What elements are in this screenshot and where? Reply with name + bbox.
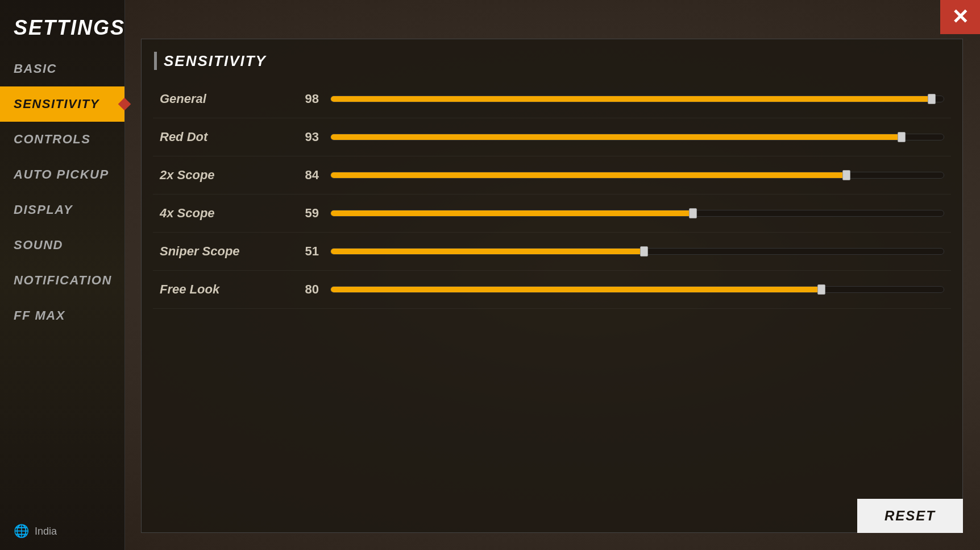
slider-track-3[interactable]	[330, 210, 944, 217]
slider-row-0: General98	[153, 80, 951, 118]
sidebar-item-controls[interactable]: CONTROLS	[0, 122, 124, 157]
globe-icon: 🌐	[14, 524, 29, 539]
sidebar-item-notification[interactable]: NOTIFICATION	[0, 263, 124, 298]
sidebar-footer: 🌐 India	[0, 512, 124, 550]
slider-row-1: Red Dot93	[153, 118, 951, 156]
slider-fill-4	[331, 249, 643, 254]
sidebar-item-display[interactable]: DISPLAY	[0, 192, 124, 228]
slider-thumb-4	[640, 246, 648, 257]
slider-row-5: Free Look80	[153, 271, 951, 309]
sidebar-item-basic[interactable]: BASIC	[0, 51, 124, 86]
region-label: India	[35, 526, 57, 537]
reset-button[interactable]: RESET	[857, 499, 963, 533]
slider-fill-2	[331, 172, 846, 178]
slider-label-1: Red Dot	[160, 130, 285, 144]
slider-track-2[interactable]	[330, 172, 944, 179]
slider-value-1: 93	[285, 130, 319, 144]
sidebar-item-auto-pickup[interactable]: AUTO PICKUP	[0, 157, 124, 192]
slider-label-3: 4x Scope	[160, 206, 285, 221]
slider-fill-0	[331, 96, 931, 102]
main-panel: SENSITIVITY General98Red Dot932x Scope84…	[141, 39, 963, 533]
slider-thumb-0	[928, 94, 936, 104]
slider-label-5: Free Look	[160, 282, 285, 297]
slider-value-4: 51	[285, 244, 319, 259]
slider-row-3: 4x Scope59	[153, 195, 951, 233]
slider-track-5[interactable]	[330, 286, 944, 293]
slider-thumb-2	[842, 170, 850, 180]
section-bar	[154, 52, 157, 70]
page-title: SETTINGS	[0, 0, 124, 51]
nav-menu: BASICSENSITIVITYCONTROLSAUTO PICKUPDISPL…	[0, 51, 124, 512]
slider-row-2: 2x Scope84	[153, 156, 951, 195]
slider-fill-3	[331, 210, 692, 216]
slider-label-4: Sniper Scope	[160, 244, 285, 259]
slider-thumb-3	[689, 208, 697, 218]
slider-thumb-1	[898, 132, 906, 142]
slider-track-4[interactable]	[330, 248, 944, 255]
slider-value-5: 80	[285, 282, 319, 297]
slider-fill-5	[331, 287, 821, 292]
close-icon: ✕	[952, 5, 969, 29]
sidebar: SETTINGS BASICSENSITIVITYCONTROLSAUTO PI…	[0, 0, 125, 550]
slider-fill-1	[331, 134, 901, 140]
slider-label-0: General	[160, 92, 285, 106]
section-header: SENSITIVITY	[142, 39, 962, 80]
slider-track-0[interactable]	[330, 96, 944, 102]
slider-list: General98Red Dot932x Scope844x Scope59Sn…	[142, 80, 962, 309]
slider-track-1[interactable]	[330, 134, 944, 140]
close-button[interactable]: ✕	[940, 0, 980, 34]
section-title: SENSITIVITY	[164, 52, 267, 70]
sidebar-item-sound[interactable]: SOUND	[0, 228, 124, 263]
slider-value-0: 98	[285, 92, 319, 106]
slider-value-3: 59	[285, 206, 319, 221]
sidebar-item-sensitivity[interactable]: SENSITIVITY	[0, 86, 124, 122]
slider-row-4: Sniper Scope51	[153, 233, 951, 271]
sidebar-item-ff-max[interactable]: FF MAX	[0, 298, 124, 333]
slider-value-2: 84	[285, 168, 319, 183]
slider-thumb-5	[817, 284, 825, 295]
slider-label-2: 2x Scope	[160, 168, 285, 183]
